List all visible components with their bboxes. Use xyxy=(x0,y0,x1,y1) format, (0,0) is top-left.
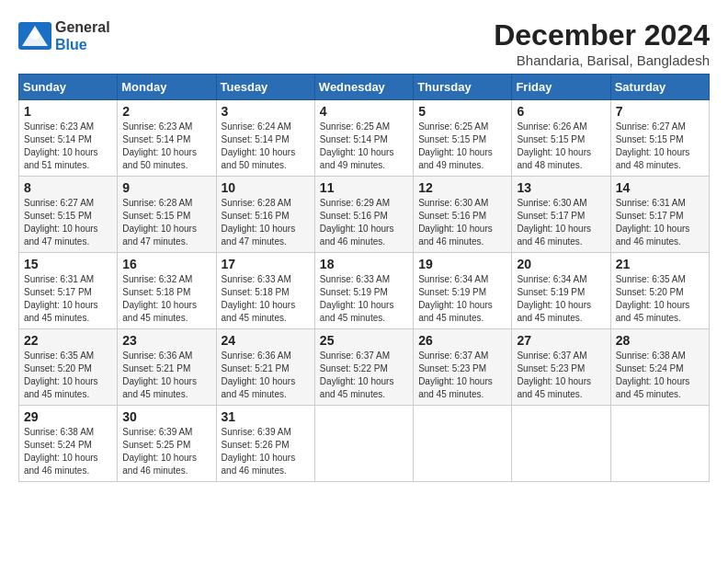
day-19: 19 Sunrise: 6:34 AMSunset: 5:19 PMDaylig… xyxy=(414,253,512,329)
page-header: General Blue December 2024 Bhandaria, Ba… xyxy=(18,18,710,68)
day-5: 5 Sunrise: 6:25 AMSunset: 5:15 PMDayligh… xyxy=(414,100,512,177)
day-29: 29 Sunrise: 6:38 AMSunset: 5:24 PMDaylig… xyxy=(19,406,118,482)
logo-icon xyxy=(18,22,51,50)
calendar-table: Sunday Monday Tuesday Wednesday Thursday… xyxy=(18,74,710,482)
col-thursday: Thursday xyxy=(414,75,512,100)
day-17: 17 Sunrise: 6:33 AMSunset: 5:18 PMDaylig… xyxy=(216,253,314,329)
day-16: 16 Sunrise: 6:32 AMSunset: 5:18 PMDaylig… xyxy=(118,253,216,329)
calendar-title: December 2024 xyxy=(494,18,710,52)
calendar-week-1: 1 Sunrise: 6:23 AMSunset: 5:14 PMDayligh… xyxy=(19,100,710,177)
logo-text: General Blue xyxy=(55,18,110,53)
day-28: 28 Sunrise: 6:38 AMSunset: 5:24 PMDaylig… xyxy=(610,329,709,406)
day-2: 2 Sunrise: 6:23 AMSunset: 5:14 PMDayligh… xyxy=(118,100,216,177)
day-15: 15 Sunrise: 6:31 AMSunset: 5:17 PMDaylig… xyxy=(19,253,118,329)
day-11: 11 Sunrise: 6:29 AMSunset: 5:16 PMDaylig… xyxy=(314,177,413,253)
svg-point-2 xyxy=(30,30,40,40)
empty-cell xyxy=(610,406,709,482)
day-30: 30 Sunrise: 6:39 AMSunset: 5:25 PMDaylig… xyxy=(118,406,216,482)
day-1: 1 Sunrise: 6:23 AMSunset: 5:14 PMDayligh… xyxy=(19,100,118,177)
day-25: 25 Sunrise: 6:37 AMSunset: 5:22 PMDaylig… xyxy=(314,329,413,406)
empty-cell xyxy=(414,406,512,482)
day-6: 6 Sunrise: 6:26 AMSunset: 5:15 PMDayligh… xyxy=(512,100,610,177)
col-sunday: Sunday xyxy=(19,75,118,100)
day-22: 22 Sunrise: 6:35 AMSunset: 5:20 PMDaylig… xyxy=(19,329,118,406)
empty-cell xyxy=(314,406,413,482)
day-10: 10 Sunrise: 6:28 AMSunset: 5:16 PMDaylig… xyxy=(216,177,314,253)
calendar-header-row: Sunday Monday Tuesday Wednesday Thursday… xyxy=(19,75,710,100)
day-9: 9 Sunrise: 6:28 AMSunset: 5:15 PMDayligh… xyxy=(118,177,216,253)
calendar-week-3: 15 Sunrise: 6:31 AMSunset: 5:17 PMDaylig… xyxy=(19,253,710,329)
logo-general: General xyxy=(55,19,110,35)
day-26: 26 Sunrise: 6:37 AMSunset: 5:23 PMDaylig… xyxy=(414,329,512,406)
col-friday: Friday xyxy=(512,75,610,100)
calendar-week-2: 8 Sunrise: 6:27 AMSunset: 5:15 PMDayligh… xyxy=(19,177,710,253)
col-tuesday: Tuesday xyxy=(216,75,314,100)
day-21: 21 Sunrise: 6:35 AMSunset: 5:20 PMDaylig… xyxy=(610,253,709,329)
calendar-week-5: 29 Sunrise: 6:38 AMSunset: 5:24 PMDaylig… xyxy=(19,406,710,482)
title-block: December 2024 Bhandaria, Barisal, Bangla… xyxy=(494,18,710,68)
empty-cell xyxy=(512,406,610,482)
day-3: 3 Sunrise: 6:24 AMSunset: 5:14 PMDayligh… xyxy=(216,100,314,177)
day-24: 24 Sunrise: 6:36 AMSunset: 5:21 PMDaylig… xyxy=(216,329,314,406)
day-12: 12 Sunrise: 6:30 AMSunset: 5:16 PMDaylig… xyxy=(414,177,512,253)
col-monday: Monday xyxy=(118,75,216,100)
logo-blue: Blue xyxy=(55,37,87,52)
col-wednesday: Wednesday xyxy=(314,75,413,100)
day-4: 4 Sunrise: 6:25 AMSunset: 5:14 PMDayligh… xyxy=(314,100,413,177)
day-18: 18 Sunrise: 6:33 AMSunset: 5:19 PMDaylig… xyxy=(314,253,413,329)
day-13: 13 Sunrise: 6:30 AMSunset: 5:17 PMDaylig… xyxy=(512,177,610,253)
day-14: 14 Sunrise: 6:31 AMSunset: 5:17 PMDaylig… xyxy=(610,177,709,253)
day-20: 20 Sunrise: 6:34 AMSunset: 5:19 PMDaylig… xyxy=(512,253,610,329)
logo: General Blue xyxy=(18,18,110,53)
day-8: 8 Sunrise: 6:27 AMSunset: 5:15 PMDayligh… xyxy=(19,177,118,253)
day-7: 7 Sunrise: 6:27 AMSunset: 5:15 PMDayligh… xyxy=(610,100,709,177)
calendar-subtitle: Bhandaria, Barisal, Bangladesh xyxy=(494,52,710,68)
day-23: 23 Sunrise: 6:36 AMSunset: 5:21 PMDaylig… xyxy=(118,329,216,406)
col-saturday: Saturday xyxy=(610,75,709,100)
day-27: 27 Sunrise: 6:37 AMSunset: 5:23 PMDaylig… xyxy=(512,329,610,406)
calendar-week-4: 22 Sunrise: 6:35 AMSunset: 5:20 PMDaylig… xyxy=(19,329,710,406)
day-31: 31 Sunrise: 6:39 AMSunset: 5:26 PMDaylig… xyxy=(216,406,314,482)
